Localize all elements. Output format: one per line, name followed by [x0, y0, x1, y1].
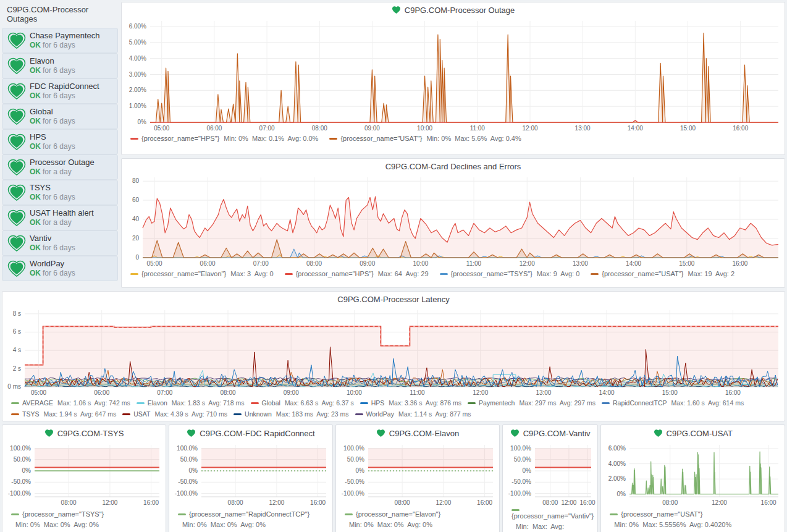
health-item[interactable]: WorldPay OKfor 6 days — [2, 256, 118, 281]
series-color-marker — [130, 273, 138, 275]
legend-item[interactable]: TSYS Max: 1.94 s Avg: 647 ms — [11, 409, 116, 420]
legend-label: {processor_name="TSYS"} — [451, 269, 532, 279]
legend-item[interactable]: {processor_name="HPS"} Max: 64 Avg: 29 — [285, 269, 429, 279]
health-status-ok: OK — [30, 218, 41, 227]
series-color-marker — [251, 402, 259, 404]
legend-stats: Max: 4.39 s Avg: 710 ms — [154, 409, 227, 420]
mini-chart[interactable]: 100.0%50.0%0%-50.0%-100.0%08:0012:0016:0… — [169, 441, 332, 507]
legend-item[interactable]: AVERAGE Max: 1.06 s Avg: 742 ms — [11, 398, 130, 408]
legend-label: HPS — [371, 398, 385, 408]
svg-text:5.00%: 5.00% — [129, 39, 146, 46]
svg-text:07:00: 07:00 — [157, 389, 172, 396]
processor-latency-chart[interactable]: 0 ms2 s4 s6 s8 s05:0006:0007:0008:0009:0… — [2, 306, 785, 397]
legend-item[interactable]: {processor_name="HPS"} Min: 0% Max: 0.1%… — [130, 133, 318, 144]
svg-text:12:00: 12:00 — [561, 499, 576, 506]
health-item-list: Chase Paymentech OKfor 6 days — [2, 28, 118, 281]
svg-text:12:00: 12:00 — [269, 499, 284, 506]
health-item[interactable]: TSYS OKfor 6 days — [2, 180, 118, 205]
svg-text:05:00: 05:00 — [146, 260, 162, 267]
chart-legend: {processor_name="Vantiv"} Min: Max: Avg: — [503, 507, 597, 532]
legend-label: {processor_name="TSYS"} — [22, 509, 104, 520]
legend-item[interactable]: Elavon Max: 1.83 s Avg: 718 ms — [137, 398, 245, 408]
legend-item[interactable]: HPS Max: 3.36 s Avg: 876 ms — [360, 398, 461, 408]
health-item[interactable]: USAT Health alert OKfor a day — [2, 205, 118, 230]
health-item[interactable]: Elavon OKfor 6 days — [2, 53, 118, 78]
health-status-ok: OK — [30, 66, 41, 75]
panel-header[interactable]: C9PG.COM-Vantiv — [503, 425, 597, 441]
health-item[interactable]: HPS OKfor 6 days — [2, 129, 118, 154]
panel-header[interactable]: C9PG.COM-Elavon — [336, 425, 499, 441]
legend-item[interactable]: RapidConnectTCP Max: 1.60 s Avg: 614 ms — [602, 398, 744, 408]
svg-text:0%: 0% — [22, 467, 32, 474]
svg-text:06:00: 06:00 — [200, 260, 216, 267]
health-item[interactable]: Vantiv OKfor 6 days — [2, 230, 118, 256]
legend-item[interactable]: {processor_name="RapidConnectTCP"} Min: … — [178, 509, 329, 530]
mini-chart[interactable]: 100.0%50.0%0%-50.0%-100.0%08:0012:0016:0… — [503, 441, 597, 507]
svg-text:08:00: 08:00 — [395, 499, 410, 506]
svg-text:08:00: 08:00 — [61, 499, 77, 506]
health-item[interactable]: Processor Outage OKfor a day — [2, 154, 118, 180]
legend-item[interactable]: {processor_name="TSYS"} Min: 0% Max: 0% … — [11, 509, 162, 530]
mini-chart[interactable]: 100.0%50.0%0%-50.0%-100.0%08:0012:0016:0… — [2, 441, 166, 507]
legend-item[interactable]: {processor_name="Elavon"} Min: 0% Max: 0… — [345, 509, 495, 530]
mini-chart[interactable]: 0%2.00%4.00%6.00%08:0012:0016:00 — [601, 441, 785, 507]
health-ok-heart-icon — [6, 108, 27, 125]
legend-item[interactable]: WorldPay Max: 1.14 s Avg: 877 ms — [355, 409, 471, 420]
panel-processor-outage: C9PG.COM-Processor Outage 0%1.00%2.00%3.… — [121, 2, 785, 155]
health-item[interactable]: Global OKfor 6 days — [2, 104, 118, 129]
health-item-name: Chase Paymentech — [30, 31, 99, 41]
legend-item[interactable]: Global Max: 6.63 s Avg: 6.37 s — [251, 398, 354, 408]
health-item-name: FDC RapidConnect — [30, 82, 99, 91]
svg-text:08:00: 08:00 — [220, 389, 235, 396]
health-status-duration: for 6 days — [43, 243, 75, 252]
svg-text:08:00: 08:00 — [306, 260, 322, 267]
svg-text:11:00: 11:00 — [466, 260, 482, 267]
legend-label: {processor_name="HPS"} — [296, 269, 374, 279]
mini-panel: C9PG.COM-TSYS 100.0%50.0%0%-50.0%-100.0%… — [2, 424, 166, 532]
panel-header[interactable]: C9PG.COM-Processor Latency — [2, 292, 785, 306]
series-color-marker — [329, 138, 337, 140]
dashboard-page: C9PG.COM-Processor Outages Chase Payment… — [0, 0, 787, 532]
series-color-marker — [602, 402, 610, 404]
legend-label: {processor_name="Elavon"} — [141, 269, 226, 279]
legend-item[interactable]: Unknown Max: 183 ms Avg: 23 ms — [234, 409, 348, 420]
svg-text:4.00%: 4.00% — [608, 460, 626, 467]
health-ok-heart-icon — [6, 184, 27, 201]
right-column: C9PG.COM-Processor Outage 0%1.00%2.00%3.… — [121, 2, 785, 288]
panel-header[interactable]: C9PG.COM-USAT — [601, 425, 785, 441]
chart-legend: {processor_name="TSYS"} Min: 0% Max: 0% … — [2, 507, 166, 531]
legend-item[interactable]: {processor_name="USAT"} Min: 0% Max: 5.5… — [610, 509, 781, 530]
panel-header[interactable]: C9PG.COM-Card Declines and Errors — [122, 159, 785, 174]
legend-item[interactable]: USAT Max: 4.39 s Avg: 710 ms — [122, 409, 227, 420]
legend-label: WorldPay — [366, 409, 394, 420]
health-item-status: OKfor 6 days — [30, 193, 75, 202]
card-declines-chart[interactable]: 02040608005:0006:0007:0008:0009:0010:001… — [122, 174, 785, 268]
legend-item[interactable]: Paymentech Max: 297 ms Avg: 297 ms — [468, 398, 596, 408]
panel-header[interactable]: C9PG.COM-Processor Outage — [122, 2, 785, 17]
health-status-duration: for 6 days — [43, 41, 75, 49]
svg-text:09:00: 09:00 — [360, 260, 375, 267]
health-item-status: OKfor 6 days — [30, 66, 75, 75]
health-item[interactable]: Chase Paymentech OKfor 6 days — [2, 28, 118, 53]
health-item[interactable]: FDC RapidConnect OKfor 6 days — [2, 78, 118, 104]
svg-text:3.00%: 3.00% — [129, 71, 146, 78]
chart-legend: {processor_name="RapidConnectTCP"} Min: … — [169, 507, 332, 531]
legend-item[interactable]: {processor_name="USAT"} Max: 19 Avg: 2 — [591, 269, 734, 279]
svg-text:06:00: 06:00 — [94, 389, 109, 396]
mini-panel: C9PG.COM-USAT 0%2.00%4.00%6.00%08:0012:0… — [600, 424, 785, 532]
series-color-marker — [11, 513, 19, 515]
panel-header[interactable]: C9PG.COM-FDC RapidConnect — [169, 425, 332, 441]
chart-legend: {processor_name="Elavon"} Max: 3 Avg: 0 … — [122, 268, 785, 281]
series-color-marker — [234, 413, 242, 415]
legend-label: {processor_name="Elavon"} — [356, 509, 440, 520]
legend-item[interactable]: {processor_name="USAT"} Min: 0% Max: 5.6… — [329, 133, 521, 144]
panel-header[interactable]: C9PG.COM-TSYS — [2, 425, 166, 441]
legend-item[interactable]: {processor_name="TSYS"} Max: 9 Avg: 0 — [440, 269, 580, 279]
legend-stats: Min: 0% Max: 5.6% Avg: 0.4% — [426, 133, 521, 144]
legend-item[interactable]: {processor_name="Vantiv"} Min: Max: Avg: — [511, 509, 594, 532]
svg-text:50.0%: 50.0% — [14, 456, 31, 463]
legend-item[interactable]: {processor_name="Elavon"} Max: 3 Avg: 0 — [130, 269, 274, 279]
mini-chart[interactable]: 100.0%50.0%0%-50.0%-100.0%08:0012:0016:0… — [336, 441, 499, 507]
health-status-ok: OK — [30, 117, 41, 125]
processor-outage-chart[interactable]: 0%1.00%2.00%3.00%4.00%5.00%6.00%05:0006:… — [122, 17, 785, 132]
